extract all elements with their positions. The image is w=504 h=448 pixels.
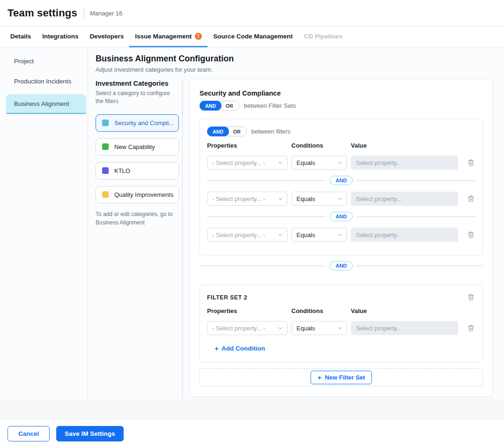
section-subtitle: Adjust investment categories for your te… — [96, 66, 497, 73]
chevron-down-icon — [337, 160, 342, 165]
value-input[interactable] — [351, 321, 458, 335]
content-columns: Investment Categories Select a category … — [88, 79, 504, 399]
category-color-swatch — [102, 191, 109, 198]
category-panel-heading: Security and Compliance — [200, 90, 483, 97]
or-option[interactable]: OR — [229, 129, 245, 134]
category-quality-improvements[interactable]: Quality Improvements — [96, 186, 179, 203]
between-filters-label: between filters — [252, 128, 291, 135]
delete-filter-button[interactable] — [467, 158, 475, 167]
category-ktlo[interactable]: KTLO — [96, 162, 179, 179]
title-divider — [84, 8, 84, 18]
trash-icon — [467, 195, 474, 202]
and-connector: AND — [207, 176, 475, 185]
filter-set-2: FILTER SET 2 Properties Conditions Value — [200, 284, 483, 363]
and-connector-pill: AND — [330, 261, 353, 270]
chevron-down-icon — [278, 196, 283, 202]
tab-integrations[interactable]: Integrations — [37, 27, 84, 47]
sidebar-item-business-alignment[interactable]: Business Alignment — [6, 94, 86, 114]
filter-column-headers: Properties Conditions Value — [207, 307, 475, 314]
filter-set-2-title: FILTER SET 2 — [207, 292, 247, 301]
delete-filter-button[interactable] — [467, 230, 475, 239]
value-input[interactable] — [351, 156, 458, 170]
app-header: Team settings Manager 16 — [0, 0, 504, 27]
footer-spacer — [0, 399, 504, 419]
filter-row: - Select property... - Equals — [207, 321, 475, 335]
category-color-swatch — [102, 143, 109, 150]
or-option[interactable]: OR — [222, 103, 238, 109]
new-filter-set-button[interactable]: + New Filter Set — [311, 371, 372, 384]
add-condition-button[interactable]: + Add Condition — [215, 344, 265, 352]
settings-tab-bar: Details Integrations Developers Issue Ma… — [0, 27, 504, 47]
delete-filter-button[interactable] — [467, 323, 475, 333]
value-header: Value — [351, 307, 475, 314]
filter-column-headers: Properties Conditions Value — [207, 142, 475, 149]
plus-icon: + — [318, 373, 322, 381]
category-new-capability[interactable]: New Capability — [96, 138, 179, 156]
chevron-down-icon — [337, 232, 342, 238]
chevron-down-icon — [278, 326, 283, 331]
conditions-header: Conditions — [291, 142, 351, 149]
filter-panel-card: Security and Compliance AND OR between F… — [190, 79, 493, 397]
filter-set-2-header: FILTER SET 2 — [207, 292, 475, 302]
between-filter-sets-label: between Filter Sets — [244, 102, 296, 109]
filter-panel-column: Security and Compliance AND OR between F… — [183, 79, 504, 399]
section-title: Business Alignment Configuration — [96, 54, 497, 64]
plus-icon: + — [215, 344, 219, 352]
content-header: Business Alignment Configuration Adjust … — [88, 47, 504, 79]
save-im-settings-button[interactable]: Save IM Settings — [56, 426, 123, 441]
filter-set-1: AND OR between filters Properties Condit… — [200, 119, 483, 255]
value-input[interactable] — [351, 192, 458, 206]
tab-details[interactable]: Details — [5, 27, 37, 47]
trash-icon — [467, 231, 474, 239]
trash-icon — [467, 324, 474, 332]
settings-sidebar: Project Production Incidents Business Al… — [0, 47, 88, 399]
categories-description: Select a category to configure the filte… — [96, 90, 170, 106]
category-color-swatch — [102, 119, 109, 126]
chevron-down-icon — [278, 160, 283, 165]
properties-header: Properties — [207, 142, 291, 149]
filter-row: - Select property... - Equals — [207, 228, 475, 242]
team-settings-page: Team settings Manager 16 Details Integra… — [0, 0, 504, 448]
property-select[interactable]: - Select property... - — [207, 156, 288, 170]
investment-categories-column: Investment Categories Select a category … — [88, 79, 183, 399]
new-filter-set-dropzone: + New Filter Set — [200, 368, 483, 386]
cancel-button[interactable]: Cancel — [7, 426, 50, 441]
chevron-down-icon — [278, 232, 283, 238]
condition-select[interactable]: Equals — [291, 156, 347, 170]
and-option[interactable]: AND — [200, 101, 222, 111]
tab-source-code-management[interactable]: Source Code Management — [208, 27, 298, 47]
category-security-and-compliance[interactable]: Security and Compli... — [96, 114, 179, 132]
delete-filter-button[interactable] — [467, 194, 475, 203]
value-input[interactable] — [351, 228, 458, 242]
categories-footnote: To add or edit categories, go to Busines… — [96, 210, 175, 227]
filter-row: - Select property... - Equals — [207, 156, 475, 170]
property-select[interactable]: - Select property... - — [207, 321, 288, 335]
tab-cd-pipelines: CD Pipelines — [298, 27, 348, 47]
condition-select[interactable]: Equals — [291, 321, 347, 335]
and-or-toggle[interactable]: AND OR — [200, 101, 239, 111]
sidebar-item-production-incidents[interactable]: Production Incidents — [0, 71, 88, 91]
trash-icon — [467, 293, 474, 301]
chevron-down-icon — [337, 196, 342, 202]
and-option[interactable]: AND — [207, 127, 229, 136]
and-or-toggle[interactable]: AND OR — [207, 127, 247, 136]
and-connector-pill: AND — [330, 212, 353, 221]
property-select[interactable]: - Select property... - — [207, 192, 288, 206]
tab-developers[interactable]: Developers — [84, 27, 130, 47]
condition-select[interactable]: Equals — [291, 192, 347, 206]
filters-operator-row: AND OR between filters — [207, 127, 475, 136]
sidebar-item-project[interactable]: Project — [0, 51, 88, 71]
property-select[interactable]: - Select property... - — [207, 228, 288, 242]
and-connector-pill: AND — [330, 176, 353, 185]
action-footer: Cancel Save IM Settings — [0, 419, 504, 448]
content-area: Business Alignment Configuration Adjust … — [88, 47, 504, 399]
tab-issue-management[interactable]: Issue Management ! — [129, 27, 208, 47]
delete-filter-set-button[interactable] — [467, 292, 475, 302]
settings-body: Project Production Incidents Business Al… — [0, 47, 504, 399]
condition-select[interactable]: Equals — [291, 228, 347, 242]
and-connector-between-sets: AND — [200, 261, 483, 270]
category-color-swatch — [102, 167, 109, 174]
value-header: Value — [351, 142, 475, 149]
page-title: Team settings — [7, 7, 77, 19]
conditions-header: Conditions — [291, 307, 351, 314]
